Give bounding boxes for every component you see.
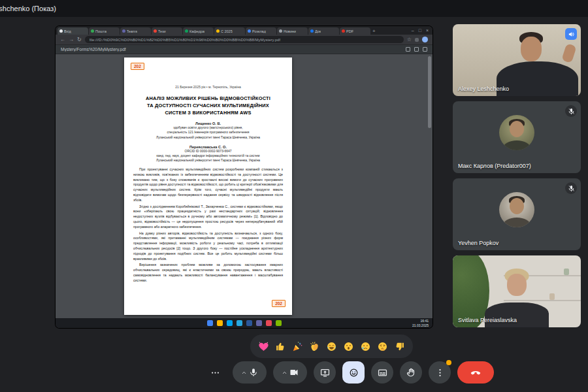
taskbar-app-icon[interactable] (266, 320, 272, 326)
chevron-up-icon (241, 370, 247, 376)
meet-app: Alexey Leshchenko (Показ) Вхід Пошта Tea… (0, 0, 588, 392)
tab-favicon-icon (91, 29, 94, 33)
tab-favicon-icon (216, 29, 220, 33)
raise-hand-button[interactable] (400, 361, 422, 384)
taskbar-app-icon[interactable] (237, 320, 242, 326)
tab-favicon-icon (122, 29, 125, 33)
reaction-thumbs-down-icon[interactable] (394, 341, 405, 352)
back-icon[interactable]: ← (60, 35, 65, 45)
pdf-viewer[interactable]: 202 202 21 Березня 2025 рік • м. Тернопі… (56, 54, 433, 318)
browser-tab[interactable]: Пошта (89, 27, 120, 35)
reaction-party-icon[interactable] (292, 341, 303, 352)
browser-tab-bar: Вхід Пошта Teams Тези Кафедра C 2025 Роз… (56, 26, 433, 35)
extension-icon[interactable] (415, 38, 419, 42)
reaction-joy-icon[interactable] (326, 341, 337, 352)
pdf-download-icon[interactable] (423, 47, 427, 52)
hang-up-icon (470, 367, 482, 378)
reaction-clap-icon[interactable] (309, 341, 320, 352)
author-affiliation: спеціальність 121 Інженерія програмного … (133, 130, 283, 135)
viewer-scrollbar[interactable] (428, 56, 431, 128)
background-shelf (504, 300, 581, 301)
reaction-surprised-icon[interactable] (343, 341, 354, 352)
browser-tab[interactable]: Тези (152, 27, 182, 35)
tab-favicon-icon (342, 29, 345, 33)
more-options-button[interactable] (204, 361, 226, 384)
more-vertical-icon (435, 368, 445, 378)
forward-icon[interactable]: → (69, 35, 74, 45)
tab-favicon-icon (248, 29, 251, 33)
mic-off-icon (565, 182, 577, 194)
hand-icon (406, 368, 416, 378)
minimize-button[interactable]: – (412, 26, 414, 35)
tab-favicon-icon (279, 29, 282, 33)
profile-avatar[interactable] (422, 37, 428, 42)
document-page: 202 202 21 Березня 2025 рік • м. Тернопі… (124, 57, 292, 315)
windows-taskbar: 16:41 21.03.2025 (56, 318, 433, 328)
notification-dot (446, 360, 451, 365)
browser-tab[interactable]: Кафедра (183, 27, 214, 35)
paragraph: На думку різних авторів, відмовостійкіст… (133, 231, 283, 262)
participant-tile[interactable]: Svitlava Pereiaslavska (453, 255, 581, 327)
participants-panel: Alexey Leshchenko Макс Карлов (Predator0… (453, 24, 581, 333)
microphone-button[interactable] (233, 361, 267, 384)
close-button[interactable]: × (426, 26, 429, 35)
reaction-thinking-icon[interactable] (377, 341, 388, 352)
taskbar-app-icon[interactable] (227, 320, 233, 326)
tab-favicon-icon (185, 29, 188, 33)
taskbar-app-icon[interactable] (246, 320, 252, 326)
taskbar-app-icon[interactable] (207, 320, 213, 326)
browser-tab[interactable]: PDF (340, 27, 370, 35)
mic-icon (249, 368, 258, 377)
url-text: file:///D:/%D0%9C%D0%B0%D1%82%D0%B5%D1%8… (90, 38, 280, 42)
participant-tile[interactable]: Alexey Leshchenko (453, 24, 581, 96)
present-icon (320, 368, 330, 378)
pdf-zoom-out-icon[interactable] (406, 47, 410, 52)
reaction-thumbs-up-icon[interactable] (275, 341, 286, 352)
shared-screen: Вхід Пошта Teams Тези Кафедра C 2025 Роз… (56, 26, 433, 328)
participant-tile[interactable]: Yevhen Popkov (453, 178, 581, 250)
author-affiliation: здобувач освіти другого (магістерського)… (133, 125, 283, 130)
reactions-button[interactable] (342, 361, 365, 384)
reaction-heart-icon[interactable] (258, 341, 269, 352)
person-silhouette (510, 121, 524, 137)
person-silhouette (503, 140, 531, 150)
browser-tab[interactable]: C 2025 (214, 27, 245, 35)
paragraph: Вирішення зазначених проблем можливе за … (133, 263, 283, 283)
captions-icon (378, 368, 387, 378)
avatar (499, 115, 534, 150)
participant-tile[interactable]: Макс Карлов (Predator007) (453, 101, 581, 173)
taskbar-app-icon[interactable] (256, 320, 262, 326)
captions-button[interactable] (371, 361, 393, 384)
participant-name: Alexey Leshchenko (458, 86, 509, 92)
participant-name: Svitlava Pereiaslavska (458, 317, 517, 323)
present-screen-button[interactable] (314, 361, 336, 384)
mic-off-icon (565, 105, 577, 117)
url-input[interactable]: file:///D:/%D0%9C%D0%B0%D1%82%D0%B5%D1%8… (85, 36, 404, 43)
reload-icon[interactable]: ↻ (77, 35, 82, 45)
end-call-button[interactable] (457, 361, 494, 384)
paragraph: Згідно з дослідженням Коробейнікової Т.,… (133, 204, 283, 230)
pdf-zoom-in-icon[interactable] (414, 47, 419, 52)
taskbar-clock[interactable]: 16:41 21.03.2025 (412, 319, 429, 327)
taskbar-app-icon[interactable] (217, 320, 223, 326)
camera-button[interactable] (273, 361, 307, 384)
background-object (549, 293, 555, 300)
browser-tab[interactable]: Teams (120, 27, 151, 35)
maximize-button[interactable]: □ (419, 26, 421, 35)
browser-tab[interactable]: Вхід (57, 27, 88, 35)
reactions-bar (250, 335, 413, 358)
pdf-filename: Mystery/Forms%20/MyMystery.pdf (61, 47, 126, 52)
browser-tab[interactable]: Новини (277, 27, 308, 35)
browser-tab[interactable]: Док (308, 27, 339, 35)
bookmark-icon[interactable]: ☆ (407, 35, 412, 45)
chevron-up-icon (282, 370, 287, 376)
browser-tab[interactable]: Розклад (246, 27, 276, 35)
presentation-title: Alexey Leshchenko (Показ) (0, 5, 56, 12)
more-vertical-button[interactable] (429, 361, 451, 384)
participant-name: Макс Карлов (Predator007) (458, 163, 531, 169)
window-controls: – □ × (412, 26, 433, 35)
new-tab-button[interactable]: + (372, 27, 376, 35)
taskbar-app-icon[interactable] (276, 320, 282, 326)
background-object (564, 269, 569, 275)
reaction-cry-icon[interactable] (360, 341, 371, 352)
